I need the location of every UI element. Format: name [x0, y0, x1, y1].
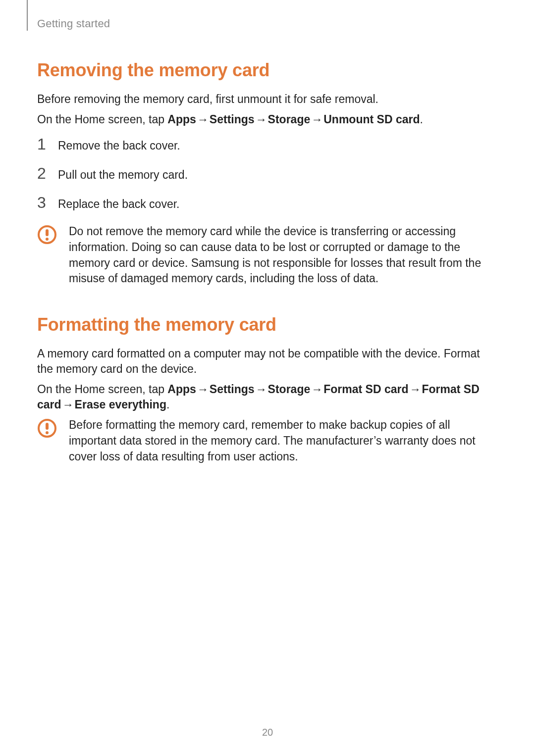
- svg-rect-5: [46, 431, 49, 434]
- path-item: Storage: [268, 383, 311, 396]
- svg-rect-2: [46, 238, 49, 241]
- path-item: Unmount SD card: [323, 113, 420, 126]
- step-text: Replace the back cover.: [58, 197, 179, 212]
- arrow-icon: →: [61, 398, 75, 411]
- step-item: 2 Pull out the memory card.: [37, 165, 498, 183]
- path-item: Format SD card: [323, 383, 408, 396]
- section1-steps: 1 Remove the back cover. 2 Pull out the …: [37, 136, 498, 212]
- step-item: 3 Replace the back cover.: [37, 195, 498, 212]
- section2-intro: A memory card formatted on a computer ma…: [37, 346, 498, 377]
- path-item: Erase everything: [75, 398, 166, 411]
- section-heading-removing: Removing the memory card: [37, 60, 498, 81]
- step-text: Pull out the memory card.: [58, 167, 188, 183]
- path-prefix: On the Home screen, tap: [37, 383, 167, 396]
- warning-icon: [37, 417, 58, 464]
- path-item: Settings: [210, 383, 255, 396]
- arrow-icon: →: [255, 383, 268, 396]
- warning-callout: Do not remove the memory card while the …: [37, 224, 498, 287]
- arrow-icon: →: [310, 383, 323, 396]
- section2-path: On the Home screen, tap Apps→Settings→St…: [37, 382, 498, 412]
- arrow-icon: →: [409, 383, 422, 396]
- period: .: [420, 113, 423, 126]
- path-item: Settings: [210, 113, 255, 126]
- section-heading-formatting: Formatting the memory card: [37, 314, 498, 335]
- path-item: Storage: [268, 113, 311, 126]
- warning-icon: [37, 224, 58, 287]
- step-item: 1 Remove the back cover.: [37, 136, 498, 153]
- section1-path: On the Home screen, tap Apps→Settings→St…: [37, 112, 498, 127]
- arrow-icon: →: [310, 113, 323, 126]
- step-number: 1: [37, 136, 48, 152]
- path-item: Apps: [167, 113, 196, 126]
- step-text: Remove the back cover.: [58, 138, 180, 153]
- arrow-icon: →: [196, 383, 210, 396]
- breadcrumb: Getting started: [37, 17, 498, 30]
- header-rule: [27, 0, 28, 31]
- arrow-icon: →: [196, 113, 210, 126]
- warning-callout: Before formatting the memory card, remem…: [37, 417, 498, 464]
- step-number: 3: [37, 195, 48, 210]
- arrow-icon: →: [255, 113, 268, 126]
- path-item: Apps: [167, 383, 196, 396]
- svg-rect-4: [46, 423, 49, 430]
- step-number: 2: [37, 165, 48, 181]
- section1-intro: Before removing the memory card, first u…: [37, 92, 498, 107]
- svg-rect-1: [46, 229, 49, 236]
- path-prefix: On the Home screen, tap: [37, 113, 167, 126]
- period: .: [166, 398, 169, 411]
- page-number: 20: [0, 727, 535, 738]
- warning-text: Before formatting the memory card, remem…: [69, 417, 498, 464]
- warning-text: Do not remove the memory card while the …: [69, 224, 498, 287]
